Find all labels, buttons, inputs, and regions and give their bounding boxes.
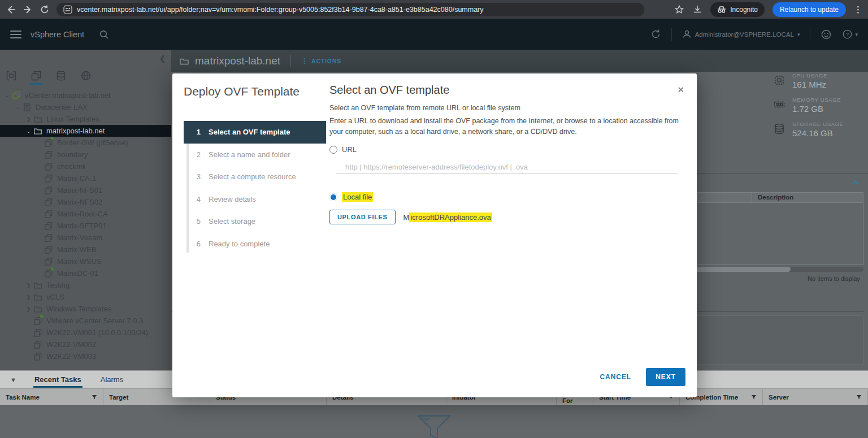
divider [671,28,672,41]
vm-icon [44,198,53,207]
upload-files-button[interactable]: UPLOAD FILES [329,210,396,224]
browser-menu-icon[interactable]: ⋮ [854,5,862,15]
tree-item-linux-templates[interactable]: ❯Linux Templates [0,113,171,125]
cancel-button[interactable]: CANCEL [594,368,637,385]
relaunch-button[interactable]: Relaunch to update [772,2,846,17]
step-label: Select an OVF template [209,128,290,136]
close-icon[interactable]: ✕ [677,85,684,95]
vm-icon [44,233,53,242]
tree-item-matrix-nfs01[interactable]: Matrix-NFS01 [0,184,171,196]
column-label: Task Name [6,394,40,401]
tree-item-border-gw-pfsense[interactable]: Border-GW (pfSense) [0,137,171,149]
tab-vms-templates[interactable] [31,70,42,85]
collapse-sidebar-icon[interactable]: ❮ [159,54,166,63]
metric-storage: STORAGE USAGE524.16 GB [773,121,863,138]
column-task-name[interactable]: Task Name [0,389,103,405]
tree-item-checkmk[interactable]: checkmk [0,161,171,172]
tree-item-matrix-root-ca[interactable]: Matrix-Root-CA [0,208,171,220]
wizard-step-6[interactable]: 6Ready to complete [184,233,326,255]
tree-item-matrix-nfs02[interactable]: Matrix-NFS02 [0,196,171,208]
refresh-icon[interactable] [650,29,661,40]
tree-item-testing[interactable]: ❯Testing [0,279,171,291]
user-name: Administrator@VSPHERE.LOCAL [695,31,794,38]
collapse-tasks-icon[interactable]: ▼ [10,376,16,383]
wizard-step-1[interactable]: 1Select an OVF template [184,121,326,144]
tree-item-label: W2K22-VM002 [46,340,96,349]
tree-item-windows-templates[interactable]: ❯Windows Templates [0,303,171,315]
bookmark-star-icon[interactable] [674,5,684,15]
chevron-down-icon[interactable]: ⌄ [25,128,32,134]
filter-icon[interactable] [856,394,862,400]
url-radio[interactable] [329,146,337,154]
tree-item-w2k22-vm001-10-0-0-100-24[interactable]: W2K22-VM001 (10.0.0.100/24) [0,327,171,339]
chevron-down-icon: ▾ [797,32,800,37]
wizard-step-4[interactable]: 4Review details [184,188,326,211]
tree-item-datacenter-lax[interactable]: ⌄Datacenter LAX [0,101,171,113]
tree-item-matrix-veeam[interactable]: Matrix-Veeam [0,232,171,244]
site-info-icon[interactable] [63,5,72,14]
tree-item-matrix-ca-1[interactable]: Matrix-CA-1 [0,172,171,184]
search-icon[interactable] [99,29,109,40]
object-header: matrixpost-lab.net ⋮ ACTIONS [171,50,868,72]
tree-item-vmware-vcenter-server-7-0-3[interactable]: VMware vCenter Server 7.0.3 [0,315,171,327]
metric-label: STORAGE USAGE [792,121,844,127]
chevron-right-icon[interactable]: ❯ [25,294,32,300]
wizard-step-2[interactable]: 2Select a name and folder [184,144,326,166]
filter-icon[interactable] [751,394,757,400]
tab-networking[interactable] [80,70,92,85]
vm-icon [33,316,42,326]
tree-item-label: vCLS [46,293,64,301]
incognito-label: Incognito [730,6,758,14]
tab-storage[interactable] [55,70,67,85]
reload-icon[interactable] [40,5,50,15]
filter-icon[interactable] [92,394,97,400]
tree-item-w2k22-vm002[interactable]: W2K22-VM002 [0,339,171,350]
local-file-radio-label[interactable]: Local file [342,192,373,202]
vm-icon [33,328,42,337]
tab-alarms[interactable]: Alarms [99,371,124,388]
local-file-radio[interactable] [329,193,337,201]
tree-item-matrix-wsus[interactable]: Matrix-WSUS [0,255,171,267]
user-menu[interactable]: Administrator@VSPHERE.LOCAL ▾ [682,29,800,39]
menu-icon[interactable] [10,31,21,38]
running-icon [51,136,55,141]
wizard-step-5[interactable]: 5Select storage [184,210,326,233]
tree-item-label: Matrix-Veeam [57,233,102,242]
chevron-down-icon[interactable]: ⌄ [14,105,21,110]
column-server[interactable]: Server [763,389,868,405]
vm-icon [44,186,53,195]
tree-item-matrix-web[interactable]: Matrix-WEB [0,244,171,255]
tree-item-matrixdc-01[interactable]: MatrixDC-01 [0,267,171,279]
tree-item-boundary[interactable]: boundary [0,149,171,161]
downloads-icon[interactable] [692,5,702,15]
feedback-smiley-icon[interactable] [821,29,832,40]
tree-item-w2k22-vm003[interactable]: W2K22-VM003 [0,350,171,362]
selected-file-name: MicrosoftDRAppliance.ova [403,213,492,222]
tab-hosts-clusters[interactable] [6,70,17,85]
step-label: Review details [209,195,256,203]
chevron-right-icon[interactable]: ❯ [25,283,32,288]
folder-icon [33,305,42,314]
tree-item-matrix-sftp01[interactable]: Matrix-SFTP01 [0,220,171,232]
next-button[interactable]: NEXT [646,368,685,386]
collapse-card-icon[interactable] [852,180,860,185]
wizard-step-3[interactable]: 3Select a compute resource [184,166,326,188]
tree-item-vcenter-matrixpost-lab-net[interactable]: ⌄vCenter.matrixpost-lab.net [0,89,171,101]
chevron-right-icon[interactable]: ❯ [25,306,32,312]
forward-icon[interactable] [23,5,33,15]
chevron-down-icon: ▾ [855,32,858,37]
actions-menu[interactable]: ⋮ ACTIONS [301,57,341,65]
url-input[interactable] [336,161,678,174]
chevron-right-icon[interactable]: ❯ [25,116,32,122]
tree-item-vcls[interactable]: ❯vCLS [0,291,171,303]
help-menu[interactable]: ? ▾ [842,29,858,40]
back-icon[interactable] [6,5,16,15]
chevron-down-icon[interactable]: ⌄ [3,93,11,98]
vm-icon [44,222,53,231]
tree-item-matrixpost-lab-net[interactable]: ⌄matrixpost-lab.net [0,125,171,137]
tab-recent-tasks[interactable]: Recent Tasks [33,371,83,388]
column-header-description[interactable]: Description [752,193,863,202]
address-bar[interactable]: vcenter.matrixpost-lab.net/ui/app/folder… [57,3,644,16]
url-radio-label[interactable]: URL [342,145,357,154]
folder-icon [33,115,42,124]
